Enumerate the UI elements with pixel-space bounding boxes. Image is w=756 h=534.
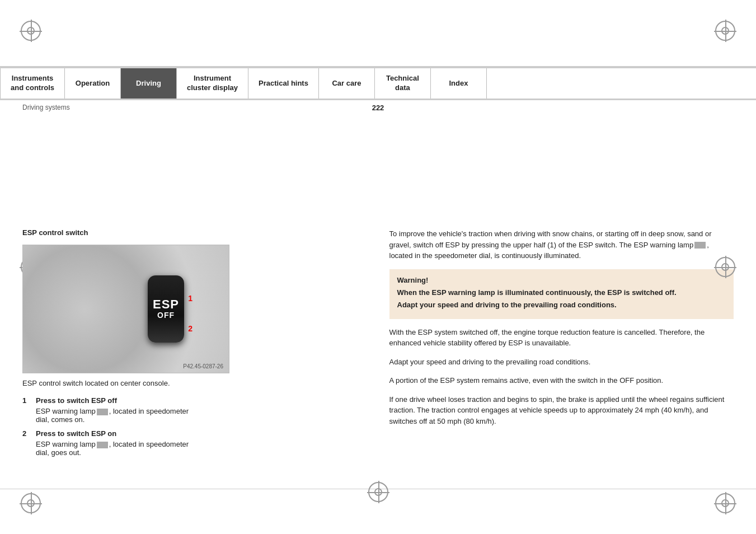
item-content-2: Press to switch ESP on ESP warning lamp,…: [36, 429, 361, 457]
esp-number-1: 1: [188, 294, 192, 303]
item-number-1: 1: [22, 396, 31, 424]
warning-lamp-icon-2: [97, 442, 108, 448]
warning-lamp-icon-inline: [694, 242, 706, 249]
nav-item-operation[interactable]: Operation: [65, 68, 121, 99]
para-2: Adapt your speed and driving to the prev…: [389, 357, 734, 368]
para-3: A portion of the ESP system remains acti…: [389, 375, 734, 386]
warning-line-1: When the ESP warning lamp is illuminated…: [397, 288, 726, 298]
nav-item-instrument-cluster[interactable]: Instrumentcluster display: [177, 68, 248, 99]
corner-decoration-bl: [20, 492, 42, 514]
top-divider: [0, 66, 756, 67]
bottom-center-crosshair: [367, 481, 389, 503]
nav-item-driving[interactable]: Driving: [121, 68, 177, 99]
item-sub-1: ESP warning lamp, located in speedometer…: [36, 407, 361, 424]
intro-paragraph: To improve the vehicle's traction when d…: [389, 228, 734, 261]
nav-item-instruments[interactable]: Instrumentsand controls: [0, 68, 65, 99]
nav-item-technical-data[interactable]: Technicaldata: [375, 68, 431, 99]
corner-decoration-br: [714, 492, 736, 514]
item-main-1: Press to switch ESP off: [36, 396, 361, 405]
para-4: If one drive wheel loses traction and be…: [389, 394, 734, 427]
right-column: To improve the vehicle's traction when d…: [378, 212, 734, 462]
esp-image: ESP OFF 1 2 P42.45-0287-26: [22, 245, 229, 373]
esp-caption: ESP control switch located on center con…: [22, 379, 361, 387]
nav-item-index[interactable]: Index: [431, 68, 487, 99]
main-content: ESP control switch ESP OFF 1 2 P42.45-02…: [0, 212, 756, 462]
esp-number-2: 2: [188, 324, 192, 333]
section-label: Driving systems: [22, 104, 70, 111]
list-item-2: 2 Press to switch ESP on ESP warning lam…: [22, 429, 361, 457]
para-1: With the ESP system switched off, the en…: [389, 327, 734, 349]
esp-switch: ESP OFF: [148, 275, 184, 343]
item-content-1: Press to switch ESP off ESP warning lamp…: [36, 396, 361, 424]
nav-item-car-care[interactable]: Car care: [319, 68, 375, 99]
warning-title: Warning!: [397, 276, 726, 284]
esp-label: ESP: [153, 298, 179, 311]
esp-off-label: OFF: [157, 311, 175, 320]
left-column: ESP control switch ESP OFF 1 2 P42.45-02…: [22, 212, 378, 462]
navigation-bar: Instrumentsand controls Operation Drivin…: [0, 67, 756, 100]
warning-lamp-icon-1: [97, 409, 108, 415]
image-reference: P42.45-0287-26: [183, 363, 223, 369]
corner-decoration-tr: [714, 20, 736, 42]
wheel-background: [23, 245, 229, 373]
list-item-1: 1 Press to switch ESP off ESP warning la…: [22, 396, 361, 424]
nav-item-practical-hints[interactable]: Practical hints: [248, 68, 319, 99]
item-number-2: 2: [22, 429, 31, 457]
warning-line-2: Adapt your speed and driving to the prev…: [397, 300, 726, 310]
esp-title: ESP control switch: [22, 228, 361, 237]
corner-decoration-mr: [714, 256, 736, 278]
warning-box: Warning! When the ESP warning lamp is il…: [389, 269, 734, 319]
page-number: 222: [372, 104, 384, 112]
corner-decoration-tl: [20, 20, 42, 42]
section-divider: [0, 100, 756, 100]
item-sub-2: ESP warning lamp, located in speedometer…: [36, 440, 361, 457]
item-main-2: Press to switch ESP on: [36, 429, 361, 438]
